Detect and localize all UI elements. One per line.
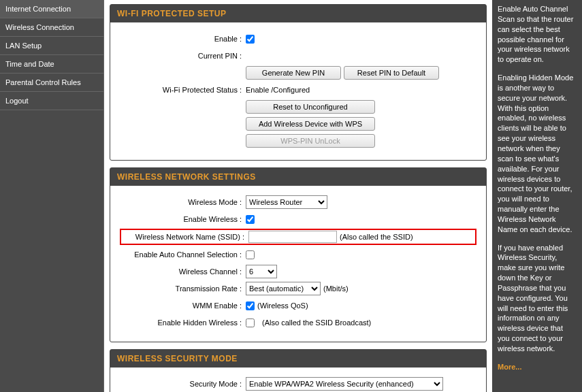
wlan-enable-checkbox[interactable] xyxy=(246,215,255,224)
help-panel: Enable Auto Channel Scan so that the rou… xyxy=(492,0,582,392)
channel-label: Wireless Channel : xyxy=(120,267,246,276)
wmm-checkbox[interactable] xyxy=(246,301,255,310)
sidebar-item-wireless[interactable]: Wireless Connection xyxy=(0,18,103,37)
main-content: WI-FI PROTECTED SETUP Enable : Current P… xyxy=(104,0,492,392)
reset-pin-button[interactable]: Reset PIN to Default xyxy=(344,66,439,80)
sidebar: Internet Connection Wireless Connection … xyxy=(0,0,104,392)
hidden-checkbox[interactable] xyxy=(246,318,255,327)
generate-pin-button[interactable]: Generate New PIN xyxy=(246,66,341,80)
help-paragraph-1: Enable Auto Channel Scan so that the rou… xyxy=(498,4,577,65)
rate-unit: (Mbit/s) xyxy=(323,284,349,293)
wps-panel: WI-FI PROTECTED SETUP Enable : Current P… xyxy=(110,4,487,161)
wps-pin-unlock-button[interactable]: WPS-PIN UnLock xyxy=(246,134,375,148)
wps-status-label: Wi-Fi Protected Status : xyxy=(120,86,246,94)
wlan-panel: WIRELESS NETWORK SETTINGS Wireless Mode … xyxy=(110,167,487,342)
wps-enable-label: Enable : xyxy=(120,35,246,43)
auto-channel-label: Enable Auto Channel Selection : xyxy=(120,250,246,259)
reset-unconfigured-button[interactable]: Reset to Unconfigured xyxy=(246,100,375,114)
auto-channel-checkbox[interactable] xyxy=(246,250,255,259)
add-wireless-device-button[interactable]: Add Wireless Device with WPS xyxy=(246,117,375,131)
security-panel-title: WIRELESS SECURITY MODE xyxy=(110,350,486,368)
security-mode-label: Security Mode : xyxy=(120,380,246,388)
hidden-label: Enable Hidden Wireless : xyxy=(120,318,246,327)
hidden-note: (Also called the SSID Broadcast) xyxy=(262,318,371,327)
wps-pin-label: Current PIN : xyxy=(120,52,246,60)
help-paragraph-2: Enabling Hidden Mode is another way to s… xyxy=(498,73,577,235)
sidebar-item-lan[interactable]: LAN Setup xyxy=(0,37,103,55)
help-paragraph-3: If you have enabled Wireless Security, m… xyxy=(498,243,577,354)
rate-label: Transmission Rate : xyxy=(120,284,246,293)
wlan-mode-label: Wireless Mode : xyxy=(120,198,246,206)
wmm-label: WMM Enable : xyxy=(120,301,246,310)
wlan-mode-select[interactable]: Wireless Router xyxy=(246,195,327,209)
security-panel: WIRELESS SECURITY MODE Security Mode : E… xyxy=(110,349,487,392)
channel-select[interactable]: 6 xyxy=(246,265,277,278)
sidebar-item-logout[interactable]: Logout xyxy=(0,92,103,110)
ssid-note: (Also called the SSID) xyxy=(340,233,413,241)
sidebar-item-time[interactable]: Time and Date xyxy=(0,55,103,74)
wlan-panel-title: WIRELESS NETWORK SETTINGS xyxy=(110,168,486,186)
wps-panel-title: WI-FI PROTECTED SETUP xyxy=(110,5,486,22)
security-mode-select[interactable]: Enable WPA/WPA2 Wireless Security (enhan… xyxy=(246,377,443,391)
ssid-input[interactable] xyxy=(248,231,337,243)
wlan-enable-label: Enable Wireless : xyxy=(120,215,246,223)
wmm-note: (Wireless QoS) xyxy=(257,301,308,310)
wps-status-value: Enable /Configured xyxy=(246,86,310,94)
ssid-row-highlight: Wireless Network Name (SSID) : (Also cal… xyxy=(120,229,476,245)
help-more-link[interactable]: More... xyxy=(498,363,521,371)
sidebar-item-parental[interactable]: Parental Control Rules xyxy=(0,74,103,92)
ssid-label: Wireless Network Name (SSID) : xyxy=(123,233,248,241)
rate-select[interactable]: Best (automatic) xyxy=(246,282,321,295)
wps-enable-checkbox[interactable] xyxy=(246,35,255,44)
sidebar-item-internet[interactable]: Internet Connection xyxy=(0,0,103,18)
